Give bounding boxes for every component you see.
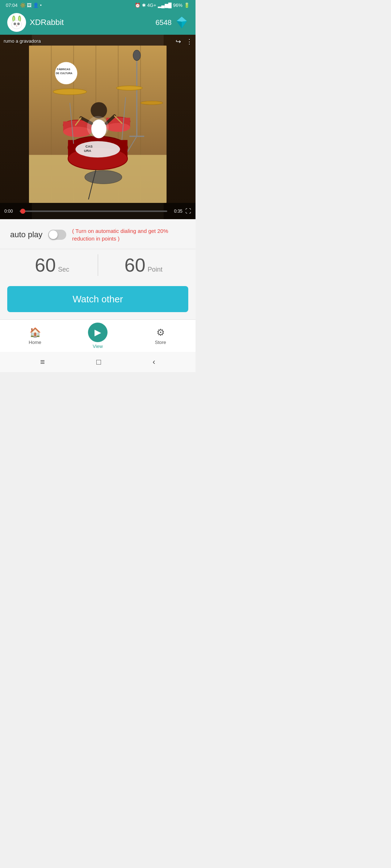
points-stat: 60 Point — [102, 256, 186, 275]
progress-bar[interactable] — [20, 210, 167, 212]
video-bg-left — [0, 35, 32, 219]
svg-marker-11 — [177, 17, 187, 22]
alarm-icon: ⏰ — [135, 3, 140, 8]
svg-text:CAS: CAS — [85, 145, 93, 148]
time-total: 0:35 — [170, 209, 182, 214]
app-header: XDRabbit 6548 — [0, 10, 196, 35]
status-bar: 07:04 🔆 🖼 👤 • ⏰ ✱ 4G+ ▂▄▆█ 96% 🔋 — [0, 0, 196, 10]
diamond-icon — [175, 16, 188, 29]
toggle-knob — [49, 230, 58, 239]
svg-point-29 — [140, 101, 163, 105]
more-options-button[interactable]: ⋮ — [186, 38, 193, 46]
system-back-button[interactable]: ‹ — [153, 357, 155, 367]
play-button[interactable] — [87, 116, 109, 138]
svg-point-9 — [16, 25, 17, 26]
svg-text:FÁBRICAS: FÁBRICAS — [57, 68, 70, 71]
play-triangle-icon — [93, 122, 104, 132]
svg-point-4 — [12, 20, 22, 29]
svg-point-33 — [75, 141, 120, 157]
nav-home[interactable]: 🏠 Home — [21, 327, 50, 345]
view-icon-circle: ▶ — [88, 323, 108, 342]
svg-point-3 — [19, 17, 20, 21]
header-right: 6548 — [156, 16, 189, 29]
signal-icon: 4G+ — [147, 3, 156, 8]
stats-divider — [98, 254, 98, 276]
view-play-icon: ▶ — [94, 327, 101, 337]
app-title: XDRabbit — [30, 18, 64, 27]
nav-view-label: View — [93, 344, 103, 349]
video-actions: ↪ ⋮ — [176, 38, 193, 46]
rabbit-logo-svg — [9, 14, 25, 30]
nav-home-label: Home — [29, 340, 41, 345]
autoplay-note: ( Turn on automatic dialing and get 20% … — [72, 227, 185, 242]
autoplay-label: auto play — [10, 230, 42, 239]
battery-level: 96% — [173, 3, 182, 8]
seconds-value: 60 — [35, 256, 56, 275]
points-unit: Point — [148, 266, 163, 273]
store-icon: ⚙ — [156, 327, 165, 338]
video-player[interactable]: CAS URA FÁBRICAS DE CULTURA — [0, 35, 196, 219]
time-current: 0:00 — [4, 209, 17, 214]
video-bg-right — [164, 35, 196, 219]
nav-store-label: Store — [155, 340, 166, 345]
system-nav: ≡ □ ‹ — [0, 352, 196, 372]
svg-point-2 — [13, 17, 14, 21]
app-logo — [7, 13, 26, 32]
video-title: rumo a gravadora — [4, 38, 41, 44]
header-logo: XDRabbit — [7, 13, 64, 32]
svg-point-28 — [116, 86, 142, 90]
nav-view[interactable]: ▶ View — [83, 323, 112, 349]
autoplay-section: auto play ( Turn on automatic dialing an… — [0, 219, 196, 249]
nav-store[interactable]: ⚙ Store — [146, 327, 175, 345]
seconds-stat: 60 Sec — [10, 256, 94, 275]
stats-section: 60 Sec 60 Point — [0, 249, 196, 282]
home-icon: 🏠 — [29, 327, 41, 338]
status-right: ⏰ ✱ 4G+ ▂▄▆█ 96% 🔋 — [135, 3, 190, 8]
progress-dot[interactable] — [20, 209, 25, 214]
system-menu-button[interactable]: ≡ — [40, 357, 45, 367]
svg-point-26 — [133, 50, 141, 61]
share-button[interactable]: ↪ — [176, 38, 181, 46]
video-controls: 0:00 0:35 ⛶ — [0, 203, 196, 219]
signal-bars: ▂▄▆█ — [158, 3, 172, 8]
svg-point-27 — [53, 89, 87, 94]
svg-text:DE CULTURA: DE CULTURA — [56, 72, 72, 75]
watch-other-button[interactable]: Watch other — [7, 286, 188, 312]
fullscreen-button[interactable]: ⛶ — [185, 208, 191, 214]
autoplay-toggle[interactable] — [48, 230, 66, 240]
svg-point-7 — [14, 24, 16, 25]
bluetooth-icon: ✱ — [142, 3, 146, 8]
watch-button-container: Watch other — [0, 282, 196, 319]
status-time: 07:04 — [6, 3, 18, 8]
status-left: 07:04 🔆 🖼 👤 • — [6, 3, 42, 8]
svg-point-8 — [18, 24, 19, 25]
bottom-nav: 🏠 Home ▶ View ⚙ Store — [0, 319, 196, 352]
svg-point-53 — [85, 170, 122, 184]
seconds-unit: Sec — [58, 266, 69, 273]
system-home-button[interactable]: □ — [96, 357, 101, 367]
points-value: 60 — [125, 256, 146, 275]
battery-icon: 🔋 — [184, 3, 190, 8]
svg-point-41 — [106, 123, 130, 132]
svg-text:URA: URA — [84, 149, 91, 153]
points-display: 6548 — [156, 18, 172, 27]
status-icons: 🔆 🖼 👤 • — [20, 3, 42, 8]
